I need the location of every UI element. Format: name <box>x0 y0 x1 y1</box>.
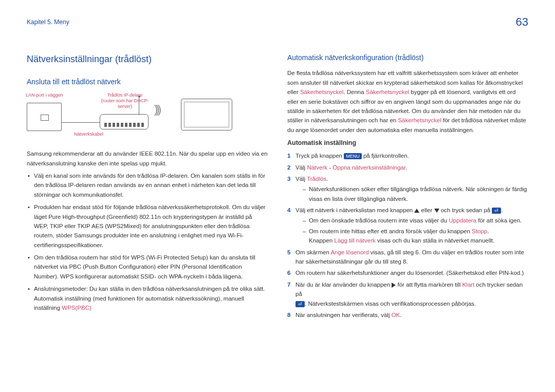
paragraph-security-intro: De flesta trådlösa nätverkssystem har et… <box>287 68 528 135</box>
bullet-wps: Om den trådlösa routern har stöd för WPS… <box>27 253 268 281</box>
step-2: Välj Nätverk - Öppna nätverksinställning… <box>287 163 528 172</box>
breadcrumb: Kapitel 5. Meny <box>27 18 69 26</box>
keyword-wireless: Trådlös <box>307 176 326 182</box>
menu-button-chip: MENU <box>344 153 362 160</box>
keyword-security-key-1: Säkerhetsnyckel <box>300 89 343 95</box>
keyword-done: Klart <box>462 282 474 288</box>
enter-button-icon-2: ⏎ <box>295 301 305 307</box>
paragraph-recommendation: Samsung rekommenderar att du använder IE… <box>27 149 268 168</box>
keyword-stop: Stopp <box>472 228 487 234</box>
up-arrow-icon <box>414 209 419 213</box>
keyword-wpspbc: WPS(PBC) <box>62 305 91 311</box>
step-8: När anslutningen har verifierats, välj O… <box>287 310 528 320</box>
diagram-label-cable: Nätverkskabel <box>74 132 103 137</box>
keyword-ok: OK <box>392 312 400 318</box>
antenna-icon <box>139 98 139 115</box>
enter-button-icon: ⏎ <box>492 208 501 214</box>
display-icon <box>181 99 232 130</box>
keyword-add-network: Lägg till nätverk <box>334 237 376 244</box>
step-7: När du är klar använder du knappen för a… <box>287 280 528 308</box>
keyword-enter-password: Ange lösenord <box>330 249 368 255</box>
section-heading-wireless-settings: Nätverksinställningar (trådlöst) <box>27 52 268 67</box>
step-5: Om skärmen Ange lösenord visas, gå till … <box>287 248 528 267</box>
bullet-channel: Välj en kanal som inte används för den t… <box>27 171 268 199</box>
bullet-security-protocols: Produkten har endast stöd för följande t… <box>27 202 268 250</box>
router-icon <box>100 114 149 129</box>
left-column: Nätverksinställningar (trådlöst) Ansluta… <box>27 52 268 322</box>
step-1: Tryck på knappen MENU på fjärrkontrollen… <box>287 151 528 160</box>
subsection-heading-auto-config: Automatisk nätverkskonfiguration (trådlö… <box>287 52 528 63</box>
right-column: Automatisk nätverkskonfiguration (trådlö… <box>287 52 528 322</box>
step-4-note-2: Om routern inte hittas efter ett andra f… <box>303 227 528 246</box>
down-arrow-icon <box>434 209 439 213</box>
subheading-auto-setting: Automatisk inställning <box>287 138 528 148</box>
step-4: Välj ett nätverk i nätverkslistan med kn… <box>287 206 528 246</box>
step-6: Om routern har säkerhetsfunktioner anger… <box>287 268 528 277</box>
network-cable-line <box>62 122 100 123</box>
keyword-security-key-3: Säkerhetsnyckel <box>398 117 441 123</box>
bullet-connection-methods: Anslutningsmetoder: Du kan ställa in den… <box>27 284 268 312</box>
page-number: 63 <box>516 15 528 29</box>
subsection-heading-connect: Ansluta till ett trådlöst nätverk <box>27 76 268 87</box>
keyword-open-network-settings: Öppna nätverksinställningar <box>332 164 405 171</box>
diagram-label-router: Trådlös IP-delare (router som har DHCP- … <box>97 92 153 109</box>
diagram-label-lan-port: LAN-port i väggen <box>26 92 63 98</box>
step-4-note-1: Om den önskade trådlösa routern inte vis… <box>303 216 528 225</box>
wireless-waves-icon: ))) <box>154 100 159 118</box>
step-3: Välj Trådlös. Nätverksfunktionen söker e… <box>287 174 528 203</box>
keyword-network: Nätverk <box>307 164 327 171</box>
wall-port-icon <box>27 103 62 131</box>
keyword-update: Uppdatera <box>449 217 476 223</box>
network-diagram: LAN-port i väggen Nätverkskabel Trådlös … <box>27 92 268 144</box>
step-3-note: Nätverksfunktionen söker efter tillgängl… <box>303 184 528 203</box>
keyword-security-key-2: Säkerhetsnyckel <box>366 89 409 95</box>
